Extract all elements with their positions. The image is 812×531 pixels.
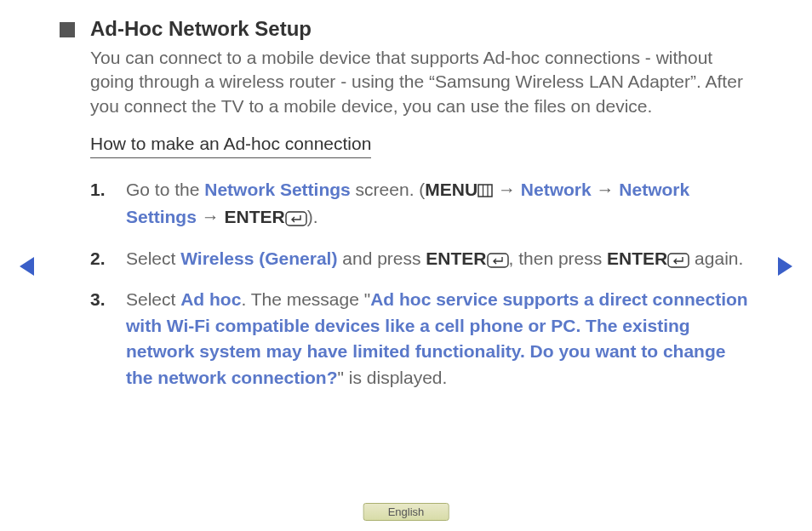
enter-icon: [487, 249, 509, 275]
language-badge[interactable]: English: [363, 503, 449, 521]
step-1: 1. Go to the Network Settings screen. (M…: [90, 177, 752, 234]
link-network: Network: [521, 180, 592, 199]
next-page-button[interactable]: [776, 255, 795, 281]
svg-rect-5: [668, 254, 689, 267]
link-network-settings: Network Settings: [204, 180, 351, 199]
text: . The message ": [241, 289, 370, 309]
text: screen. (: [351, 180, 426, 199]
step-number: 3.: [90, 287, 107, 391]
link-wireless-general: Wireless (General): [180, 248, 337, 268]
arrow-icon: →: [592, 180, 620, 199]
step-3: 3. Select Ad hoc. The message "Ad hoc se…: [90, 287, 752, 391]
text: again.: [689, 248, 743, 268]
text: Go to the: [126, 180, 204, 199]
arrow-icon: →: [197, 207, 225, 226]
text: Select: [126, 248, 180, 268]
menu-label: MENU: [425, 180, 477, 199]
text: and press: [337, 248, 426, 268]
step-body: Select Ad hoc. The message "Ad hoc servi…: [126, 287, 752, 391]
intro-text: You can connect to a mobile device that …: [90, 46, 752, 118]
enter-label: ENTER: [426, 248, 486, 268]
step-body: Go to the Network Settings screen. (MENU…: [126, 177, 752, 234]
step-number: 1.: [90, 177, 107, 234]
enter-label: ENTER: [225, 207, 285, 226]
steps-list: 1. Go to the Network Settings screen. (M…: [90, 177, 752, 391]
bullet-square-icon: [60, 22, 75, 37]
svg-rect-4: [488, 254, 508, 267]
link-ad-hoc: Ad hoc: [180, 289, 241, 309]
enter-icon: [667, 249, 689, 275]
heading-row: Ad-Hoc Network Setup: [60, 17, 752, 41]
text: " is displayed.: [338, 368, 448, 387]
svg-rect-0: [478, 185, 492, 197]
svg-marker-6: [20, 257, 34, 276]
step-2: 2. Select Wireless (General) and press E…: [90, 246, 752, 275]
svg-rect-3: [286, 212, 306, 226]
page-title: Ad-Hoc Network Setup: [90, 17, 312, 41]
prev-page-button[interactable]: [17, 255, 36, 281]
step-number: 2.: [90, 246, 107, 275]
menu-icon: [477, 179, 493, 204]
svg-marker-7: [778, 257, 792, 276]
text: Select: [126, 289, 180, 309]
subheading: How to make an Ad-hoc connection: [90, 134, 371, 158]
arrow-icon: →: [493, 180, 521, 199]
enter-label: ENTER: [607, 248, 667, 268]
page-content: Ad-Hoc Network Setup You can connect to …: [0, 0, 812, 391]
text: , then press: [509, 248, 608, 268]
text: ).: [307, 207, 318, 226]
step-body: Select Wireless (General) and press ENTE…: [126, 246, 752, 275]
enter-icon: [285, 208, 307, 233]
